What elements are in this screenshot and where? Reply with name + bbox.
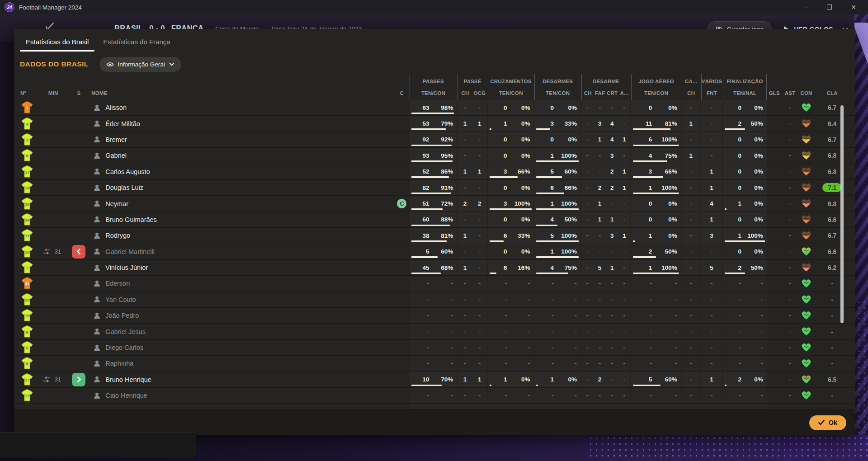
column-header-min[interactable]: MIN <box>40 74 66 100</box>
stat-percent: - <box>741 391 767 400</box>
stat-value: - <box>581 168 594 176</box>
stat-ratio-fill <box>536 256 579 258</box>
stat-percent: - <box>507 391 534 400</box>
stat-percent: - <box>652 311 680 320</box>
table-row[interactable]: 18Douglas Luiz8291%--00%666%-2211100%-10… <box>14 180 855 196</box>
stat-cell-fin: 00% <box>723 244 767 259</box>
table-row[interactable]: 11Rodrygo3881%1-633%5100%--3110%-31100%-… <box>14 228 855 244</box>
vertical-scrollbar[interactable] <box>840 105 844 323</box>
stat-ratio-bar <box>536 273 579 274</box>
stat-cell-aereo: 00% <box>631 100 680 115</box>
table-row[interactable]: 1031Gabriel Martinelli560%--00%1100%----… <box>14 244 855 260</box>
table-row[interactable]: 3Bremer9292%--00%00%-1416100%--00%-6.7 <box>14 132 855 148</box>
table-row[interactable]: 17Carlos Augusto5286%11366%560%--21366%-… <box>14 164 855 180</box>
rating-cell: - <box>814 344 850 351</box>
column-header-gls[interactable]: GLS <box>767 74 782 100</box>
stat-value: - <box>472 359 487 367</box>
column-group-passes[interactable]: PASSESTEN/CON <box>410 74 457 100</box>
table-row[interactable]: 12Caio Henrique-------------------- <box>14 388 855 404</box>
stat-attempts: 1 <box>723 232 741 239</box>
stat-percent: - <box>652 279 680 287</box>
assists-value: - <box>789 328 791 335</box>
stat-cell-passes: 5286% <box>410 164 457 179</box>
maximize-button[interactable] <box>827 4 832 10</box>
stat-cell-desarmes: 1100% <box>534 244 580 259</box>
stat-cell-varios: 1 <box>701 180 722 195</box>
stat-ratio-fill <box>536 273 568 274</box>
stat-value: - <box>701 296 722 304</box>
stat-value: - <box>701 248 722 256</box>
table-row[interactable]: 2731Bruno Henrique1070%1110%10%-2--560%-… <box>14 372 855 388</box>
stat-attempts: - <box>534 343 554 352</box>
tab-estatisticas-brasil[interactable]: Estatísticas do Brasil <box>19 29 96 54</box>
table-row[interactable]: 20Yan Couto-------------------- <box>14 292 855 308</box>
condition-cell <box>798 311 815 320</box>
stat-cell-fin: 00% <box>723 132 767 147</box>
stat-cell-desarmes: -- <box>534 308 580 323</box>
svg-text:7: 7 <box>26 265 28 270</box>
condition-heart-icon <box>802 327 811 336</box>
table-row[interactable]: 4Éder Militão5379%1110%333%-34-1181%1-25… <box>14 116 855 132</box>
column-group-aereo[interactable]: JOGO AÉREOTEN/CON <box>631 74 680 100</box>
table-row[interactable]: 31Ederson-------------------- <box>14 276 855 292</box>
stat-value: 1 <box>701 216 722 223</box>
ok-button[interactable]: Ok <box>809 415 846 430</box>
stat-percent: 60% <box>652 376 680 383</box>
stat-cell-passe: 11 <box>458 116 487 131</box>
background-left-panel <box>0 432 196 457</box>
jersey-icon: 17 <box>20 165 34 179</box>
name-cell: Éder Militão <box>91 120 395 127</box>
stat-cell-desarme: ---- <box>581 244 630 259</box>
stat-cell-fin: -- <box>723 356 767 371</box>
stat-attempts: 63 <box>410 104 429 111</box>
column-header-cla[interactable]: CLA <box>814 74 850 100</box>
table-row[interactable]: 6Gabriel9395%--00%1100%--3-475%1-00%-6.8 <box>14 148 855 164</box>
player-name: Raphinha <box>105 360 133 367</box>
stat-attempts: 6 <box>534 184 554 191</box>
stat-cell-desarmes: 450% <box>534 212 580 227</box>
column-header-ast[interactable]: AST <box>782 74 798 100</box>
table-row[interactable]: 15João Pedro-------------------- <box>14 308 855 324</box>
table-row[interactable]: 8Raphinha-------------------- <box>14 356 855 372</box>
column-header-num[interactable]: Nº <box>20 74 40 100</box>
table-row[interactable]: 1Alisson6398%--00%00%----00%--00%-6.7 <box>14 100 855 116</box>
assists-value: - <box>789 103 791 111</box>
table-row[interactable]: 9Gabriel Jesus-------------------- <box>14 324 855 339</box>
column-group-ca[interactable]: CA...CH <box>682 74 700 100</box>
column-group-fin[interactable]: FINALIZAÇÃOTEN/NAL <box>723 74 767 100</box>
stat-ratio-fill <box>633 176 663 178</box>
column-group-varios[interactable]: VÁRIOSFNT <box>701 74 722 100</box>
tab-estatisticas-franca[interactable]: Estatísticas do França <box>96 29 177 54</box>
player-name: Yan Couto <box>105 296 136 303</box>
table-row[interactable]: 39Bruno Guimarães6088%--00%450%-11-00%-1… <box>14 212 855 228</box>
stat-cell-desarmes <box>534 404 580 409</box>
column-header-cap[interactable]: C <box>395 74 409 100</box>
minimize-button[interactable]: – <box>804 4 808 10</box>
stat-percent: 100% <box>652 136 680 143</box>
column-header-sub[interactable]: S <box>66 74 92 100</box>
player-name: Bremer <box>105 136 127 143</box>
player-name: João Pedro <box>105 312 139 319</box>
column-group-label: CA... <box>682 74 700 86</box>
stat-cell-cruz: 633% <box>488 228 534 243</box>
table-row[interactable]: 30NeymarC5172%223100%1100%-1--00%-410%-6… <box>14 196 855 212</box>
close-button[interactable]: ✕ <box>851 4 856 10</box>
column-subheader: CH <box>582 90 594 96</box>
table-row[interactable]: 7Vinícius Júnior4568%1-616%475%-51-1100%… <box>14 260 855 276</box>
stat-percent: 70% <box>429 376 457 383</box>
table-row[interactable]: 5Diego Carlos-------------------- <box>14 340 855 356</box>
column-group-desarmes[interactable]: DESARMESTEN/CON <box>534 74 580 100</box>
view-selector-dropdown[interactable]: Informação Geral <box>99 57 181 72</box>
stat-value: 3 <box>606 152 618 159</box>
column-subheader: TEN/CON <box>632 90 680 96</box>
rating-cell: - <box>814 392 850 399</box>
condition-cell <box>798 359 815 368</box>
column-header-name[interactable]: NOME <box>91 74 395 100</box>
column-group-cruz[interactable]: CRUZAMENTOSTEN/CON <box>488 74 534 100</box>
column-group-desarme[interactable]: DESARMECHFAFCRTA... <box>581 74 630 100</box>
column-group-label: DESARME <box>582 74 630 86</box>
stat-cell-varios: - <box>701 244 722 259</box>
column-subheader: A... <box>618 90 631 96</box>
column-group-passe[interactable]: PASSECHOCG <box>458 74 487 100</box>
column-header-con[interactable]: CON <box>798 74 815 100</box>
